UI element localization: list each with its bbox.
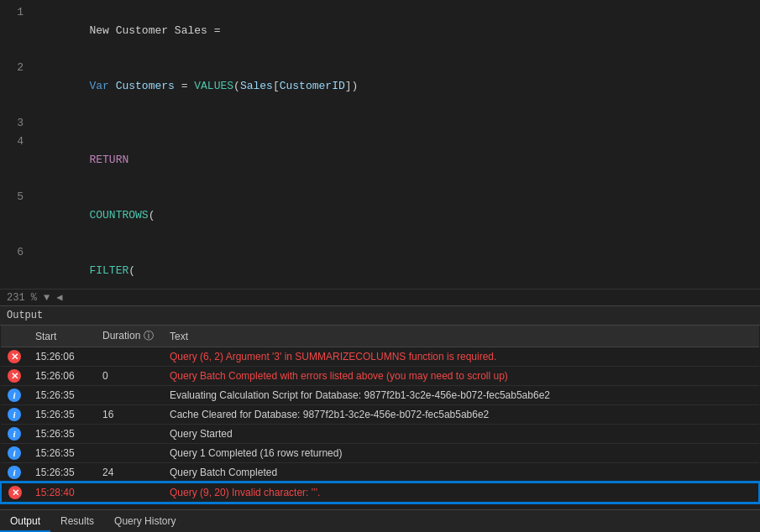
col-duration: Duration ⓘ	[96, 326, 163, 347]
row-start: 15:26:35	[29, 405, 96, 425]
table-header-row: Start Duration ⓘ Text	[1, 326, 759, 347]
row-icon: i	[1, 463, 29, 483]
row-duration	[96, 347, 163, 367]
row-text: Query Batch Completed with errors listed…	[163, 367, 759, 386]
row-start: 15:28:40	[29, 482, 96, 503]
status-bar: 231 % ▼ ◀	[0, 289, 760, 305]
output-table[interactable]: Start Duration ⓘ Text ✕15:26:06Query (6,…	[0, 326, 760, 509]
code-line-3: 3	[0, 114, 760, 133]
tab-results[interactable]: Results	[50, 512, 104, 532]
table-row: ✕15:26:06Query (6, 2) Argument '3' in SU…	[1, 347, 759, 367]
table-row: i15:26:3524Query Batch Completed	[1, 463, 759, 483]
col-icon	[1, 326, 29, 347]
row-text: Query (6, 2) Argument '3' in SUMMARIZECO…	[163, 347, 759, 367]
row-duration	[96, 425, 163, 444]
table-row: i15:26:35Evaluating Calculation Script f…	[1, 386, 759, 405]
row-text: Query Batch Completed	[163, 463, 759, 483]
table-row: i15:26:35Query Started	[1, 425, 759, 444]
row-icon: ✕	[1, 367, 29, 386]
zoom-level: 231 %	[7, 292, 37, 304]
tab-output[interactable]: Output	[0, 512, 50, 532]
code-line-5: 5 COUNTROWS(	[0, 188, 760, 243]
col-start: Start	[29, 326, 96, 347]
table-row: ✕15:28:40Query (9, 20) Invalid character…	[1, 482, 759, 503]
tab-query-history[interactable]: Query History	[104, 512, 186, 532]
row-duration	[96, 444, 163, 463]
row-text: Cache Cleared for Database: 9877f2b1-3c2…	[163, 405, 759, 425]
col-text: Text	[163, 326, 759, 347]
row-start: 15:26:06	[29, 347, 96, 367]
row-duration: 16	[96, 405, 163, 425]
code-line-2: 2 Var Customers = VALUES(Sales[CustomerI…	[0, 59, 760, 114]
row-icon: i	[1, 405, 29, 425]
row-text: Query (9, 20) Invalid character: '’'.	[163, 482, 759, 503]
table-row: ✕15:26:060Query Batch Completed with err…	[1, 367, 759, 386]
code-line-6: 6 FILTER(	[0, 243, 760, 289]
code-content: 1 New Customer Sales = 2 Var Customers =…	[0, 0, 760, 289]
row-start: 15:26:35	[29, 425, 96, 444]
code-line-4: 4 RETURN	[0, 133, 760, 188]
row-duration	[96, 386, 163, 405]
output-header: Output	[0, 306, 760, 326]
row-start: 15:26:35	[29, 463, 96, 483]
table-row: i15:26:3516Cache Cleared for Database: 9…	[1, 405, 759, 425]
row-icon: i	[1, 425, 29, 444]
table-row: i15:26:35Query 1 Completed (16 rows retu…	[1, 444, 759, 463]
code-line-1: 1 New Customer Sales =	[0, 3, 760, 59]
row-duration	[96, 482, 163, 503]
row-icon: i	[1, 444, 29, 463]
row-duration: 24	[96, 463, 163, 483]
code-editor[interactable]: 1 New Customer Sales = 2 Var Customers =…	[0, 0, 760, 305]
row-icon: ✕	[1, 347, 29, 367]
bottom-tabs[interactable]: Output Results Query History	[0, 509, 760, 532]
row-start: 15:26:35	[29, 444, 96, 463]
row-icon: i	[1, 386, 29, 405]
row-start: 15:26:06	[29, 367, 96, 386]
row-start: 15:26:35	[29, 386, 96, 405]
row-icon: ✕	[1, 482, 29, 503]
row-text: Query 1 Completed (16 rows returned)	[163, 444, 759, 463]
output-panel: Output Start Duration ⓘ Text ✕15:26:06Qu…	[0, 305, 760, 532]
row-duration: 0	[96, 367, 163, 386]
row-text: Evaluating Calculation Script for Databa…	[163, 386, 759, 405]
row-text: Query Started	[163, 425, 759, 444]
